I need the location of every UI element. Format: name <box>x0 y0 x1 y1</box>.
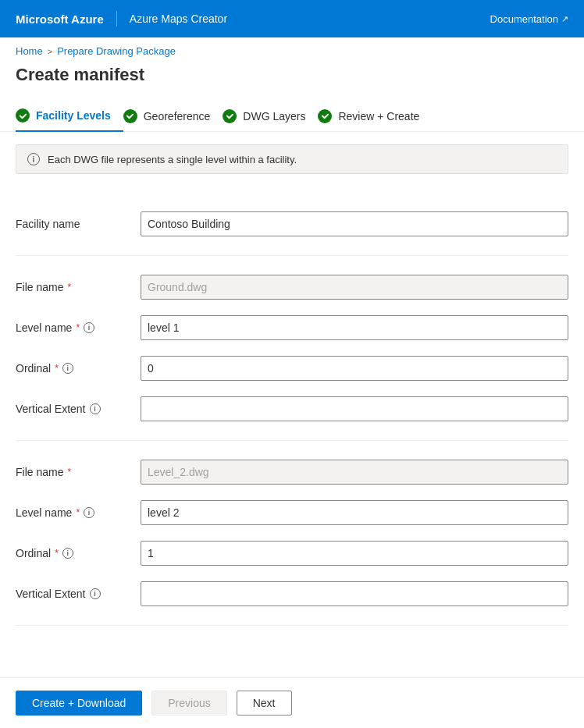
info-banner: i Each DWG file represents a single leve… <box>16 144 568 174</box>
level2-filename-row: File name * <box>16 452 568 492</box>
product-name: Azure Maps Creator <box>130 12 227 25</box>
level2-ordinal-label: Ordinal * i <box>16 547 141 559</box>
level1-ordinal-row: Ordinal * i <box>16 348 568 389</box>
breadcrumb-separator: > <box>48 47 52 56</box>
facility-name-input[interactable] <box>141 211 568 236</box>
footer: Create + Download Previous Next <box>0 677 584 728</box>
wizard-steps: Facility Levels Georeference DWG Layers … <box>0 101 584 132</box>
level1-levelname-input[interactable] <box>141 315 568 340</box>
header-divider <box>116 11 117 27</box>
level2-ordinal-input[interactable] <box>141 541 568 566</box>
step-check-facility <box>16 108 30 123</box>
next-button[interactable]: Next <box>237 691 292 716</box>
breadcrumb: Home > Prepare Drawing Package <box>0 37 584 62</box>
step-check-dwg <box>223 109 237 123</box>
level2-filename-label: File name * <box>16 466 141 478</box>
level2-levelname-tooltip[interactable]: i <box>84 507 94 518</box>
level2-filename-input <box>141 460 568 485</box>
step-label-review: Review + Create <box>338 110 419 123</box>
step-check-geo <box>123 109 137 123</box>
level2-levelname-required: * <box>76 507 80 518</box>
level2-ordinal-row: Ordinal * i <box>16 533 568 574</box>
level1-levelname-required: * <box>76 322 80 333</box>
level2-levelname-input[interactable] <box>141 500 568 525</box>
info-banner-text: Each DWG file represents a single level … <box>48 154 297 165</box>
step-facility-levels[interactable]: Facility Levels <box>16 101 123 132</box>
level1-levelname-row: Level name * i <box>16 307 568 348</box>
level1-ordinal-required: * <box>55 363 59 374</box>
level1-levelname-label: Level name * i <box>16 321 141 334</box>
create-download-button[interactable]: Create + Download <box>16 691 142 716</box>
level2-verticalextent-input[interactable] <box>141 581 568 606</box>
level1-filename-required: * <box>67 282 71 293</box>
step-label-geo: Georeference <box>144 110 211 123</box>
breadcrumb-current[interactable]: Prepare Drawing Package <box>57 45 176 57</box>
step-dwg-layers[interactable]: DWG Layers <box>223 101 318 131</box>
level2-verticalextent-tooltip[interactable]: i <box>90 588 101 599</box>
step-label-dwg: DWG Layers <box>243 110 305 123</box>
level2-levelname-label: Level name * i <box>16 506 141 519</box>
level2-verticalextent-label: Vertical Extent i <box>16 588 141 600</box>
level2-ordinal-required: * <box>55 548 59 559</box>
step-review-create[interactable]: Review + Create <box>318 101 432 131</box>
level1-verticalextent-row: Vertical Extent i <box>16 389 568 429</box>
app-header: Microsoft Azure Azure Maps Creator Docum… <box>0 0 584 37</box>
level1-ordinal-label: Ordinal * i <box>16 362 141 375</box>
level-1-section: File name * Level name * i Ordinal * i V… <box>16 256 568 441</box>
level1-filename-label: File name * <box>16 281 141 293</box>
level2-levelname-row: Level name * i <box>16 492 568 533</box>
info-icon: i <box>27 153 40 165</box>
level2-verticalextent-row: Vertical Extent i <box>16 574 568 614</box>
level1-verticalextent-tooltip[interactable]: i <box>90 403 101 414</box>
level1-verticalextent-label: Vertical Extent i <box>16 403 141 415</box>
facility-section: Facility name <box>16 193 568 256</box>
page-title: Create manifest <box>0 62 584 101</box>
previous-button: Previous <box>151 691 226 716</box>
documentation-link[interactable]: Documentation ↗ <box>490 13 568 25</box>
level2-ordinal-tooltip[interactable]: i <box>62 548 73 559</box>
brand-name: Microsoft Azure <box>16 12 104 26</box>
facility-name-row: Facility name <box>16 204 568 244</box>
facility-name-label: Facility name <box>16 218 141 230</box>
level1-filename-row: File name * <box>16 267 568 307</box>
step-label-facility: Facility Levels <box>36 109 111 122</box>
level1-verticalextent-input[interactable] <box>141 396 568 421</box>
form-content: Facility name File name * Level name * i… <box>0 186 584 688</box>
step-check-review <box>318 109 332 123</box>
breadcrumb-home[interactable]: Home <box>16 45 43 57</box>
level1-ordinal-input[interactable] <box>141 356 568 381</box>
level-2-section: File name * Level name * i Ordinal * i V… <box>16 441 568 626</box>
level1-ordinal-tooltip[interactable]: i <box>62 363 73 374</box>
step-georeference[interactable]: Georeference <box>123 101 223 131</box>
level2-filename-required: * <box>67 467 71 478</box>
level1-filename-input <box>141 275 568 300</box>
level1-levelname-tooltip[interactable]: i <box>84 322 94 333</box>
